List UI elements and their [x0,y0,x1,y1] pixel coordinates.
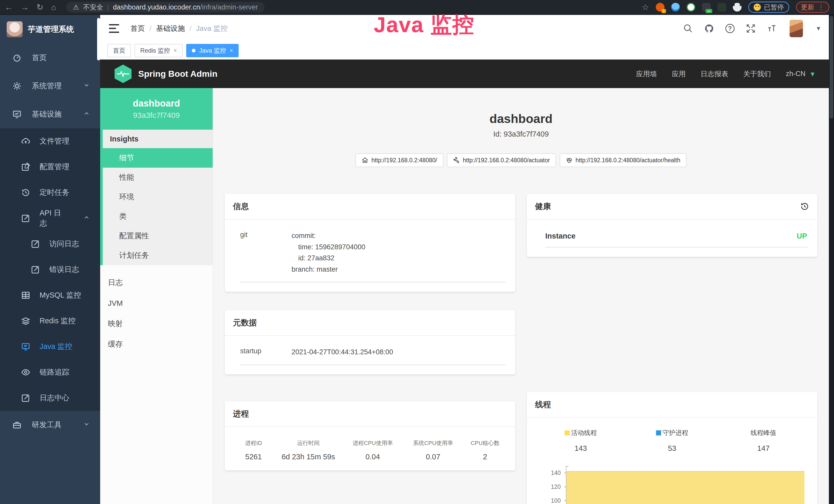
user-menu-caret-icon[interactable]: ▾ [817,24,820,32]
process-header: 进程CPU使用率 [343,439,403,447]
app-title: 芋道管理系统 [28,24,74,35]
history-clock-icon[interactable] [800,202,809,211]
sba-brand-title[interactable]: Spring Boot Admin [138,69,217,79]
health-url-button[interactable]: http://192.168.0.2:48080/actuator/health [560,153,686,167]
paused-label: 已暂停 [764,3,784,12]
sidebar-item-home[interactable]: 首页 [0,44,100,72]
close-icon[interactable]: × [174,47,177,54]
tab-home[interactable]: 首页 [107,44,131,57]
user-avatar[interactable] [790,20,803,37]
edit-square-icon [21,393,30,403]
github-icon[interactable] [704,24,714,33]
y-tick-140: 140 [544,469,561,477]
chevron-down-icon [83,82,90,90]
profile-paused-badge[interactable]: 已暂停 [748,2,789,13]
sidebar-item-api-log[interactable]: API 日志 [0,205,100,231]
extension-icon-grid[interactable]: on [702,3,711,12]
y-axis-tick [564,500,566,501]
wrench-icon [453,157,460,164]
search-icon[interactable] [683,24,693,33]
threads-chart: 140 120 100 [544,463,806,504]
tab-label: Java 监控 [199,46,226,55]
actuator-url-button[interactable]: http://192.168.0.2:48080/actuator [447,153,556,167]
sba-menu-configprops[interactable]: 配置属性 [103,226,213,246]
chevron-down-icon: ▾ [811,69,814,78]
sba-nav: 应用墙 应用 日志报表 关于我们 zh-CN ▾ [636,69,814,78]
sba-nav-about[interactable]: 关于我们 [743,69,771,78]
sidebar-item-job[interactable]: 定时任务 [0,180,100,205]
extension-icon-green-circle[interactable] [686,3,695,12]
fullscreen-icon[interactable] [746,24,756,33]
edit-icon [21,162,30,171]
heartbeat-icon [566,157,572,164]
address-bar[interactable]: ⚠ 不安全 | dashboard.yudao.iocoder.cn/infra… [66,2,265,13]
sidebar-item-trace[interactable]: 链路追踪 [0,360,100,385]
help-icon[interactable]: ? [725,24,734,33]
table-icon [21,291,30,300]
process-header: 进程ID [233,439,274,447]
sidebar-item-log-center[interactable]: 日志中心 [0,385,100,411]
bookmark-star-icon[interactable]: ☆ [642,3,649,11]
sidebar-item-system[interactable]: 系统管理 [0,72,100,100]
sba-menu-details[interactable]: 细节 [103,148,213,168]
sba-body: dashboard 93a3fc7f7409 Insights 细节 性能 环境… [100,88,829,504]
sba-menu-env[interactable]: 环境 [103,187,213,207]
sidebar-item-mysql[interactable]: MySQL 监控 [0,282,100,308]
metadata-card-title: 元数据 [233,317,257,328]
browser-home-icon[interactable]: ⌂ [51,3,56,11]
browser-menu-icon[interactable]: ⋮ [818,3,825,11]
sidebar-item-dev-tools[interactable]: 研发工具 [0,411,100,439]
breadcrumb-infra[interactable]: 基础设施 [156,24,185,33]
annotation-java-monitor: Java 监控 [374,10,475,40]
metadata-value: 2021-04-27T00:44:31.254+08:00 [291,347,507,358]
sba-nav-journal[interactable]: 日志报表 [700,69,728,78]
sidebar-item-label: 定时任务 [40,187,69,198]
service-url-button[interactable]: http://192.168.0.2:48080/ [355,153,443,167]
insights-section-label: Insights [103,130,213,148]
sba-content: dashboard Id: 93a3fc7f7409 http://192.16… [213,88,829,504]
app-logo-row[interactable]: 芋道管理系统 [0,15,100,44]
sidebar-item-access-log[interactable]: 访问日志 [0,231,100,257]
browser-scrollbar[interactable] [829,15,834,504]
sidebar-item-java[interactable]: Java 监控 [0,334,100,360]
sidebar-item-file[interactable]: 文件管理 [0,129,100,154]
sba-menu-caches[interactable]: 缓存 [100,334,213,354]
font-size-icon[interactable] [767,24,777,33]
sidebar-item-infra[interactable]: 基础设施 [0,100,100,129]
sba-menu-logs[interactable]: 日志 [100,272,213,293]
sba-language-select[interactable]: zh-CN ▾ [786,69,814,78]
close-icon[interactable]: × [229,47,233,54]
sba-menu-classes[interactable]: 类 [103,207,213,226]
extension-icon-leaf[interactable] [717,3,726,12]
active-dot-icon [192,49,195,52]
tab-java[interactable]: Java 监控 × [186,44,239,57]
sba-menu-scheduled[interactable]: 计划任务 [103,246,213,265]
sba-menu-jvm[interactable]: JVM [100,293,213,314]
sba-menu-mappings[interactable]: 映射 [100,314,213,334]
sidebar-item-error-log[interactable]: 错误日志 [0,257,100,282]
extension-icon-orange[interactable]: 1 [656,3,664,12]
breadcrumb-home[interactable]: 首页 [130,24,145,33]
sba-nav-wall[interactable]: 应用墙 [636,69,657,78]
hamburger-icon[interactable] [109,24,119,33]
breadcrumb-separator: / [190,24,192,32]
browser-update-button[interactable]: 更新 ⋮ [796,2,829,13]
sidebar-item-redis[interactable]: Redis 监控 [0,308,100,334]
tab-redis[interactable]: Redis 监控 × [135,44,183,57]
sidebar-item-config[interactable]: 配置管理 [0,154,100,180]
sidebar-scrollbar-thumb[interactable] [97,18,100,60]
sba-menu-metrics[interactable]: 性能 [103,168,213,187]
process-card: 进程 进程ID5261 运行时间6d 23h 15m 59s 进程CPU使用率0… [225,401,515,471]
peak-threads-value: 147 [718,444,809,453]
extension-icon-pin[interactable] [671,3,680,12]
y-tick-120: 120 [544,483,561,490]
puzzle-piece-icon[interactable] [733,3,742,12]
dashboard-icon [12,53,22,62]
browser-forward-icon[interactable]: → [21,3,29,11]
sba-nav-applications[interactable]: 应用 [672,69,685,78]
process-card-title: 进程 [233,409,249,419]
browser-reload-icon[interactable]: ↻ [37,3,43,11]
scrollbar-thumb[interactable] [830,16,833,119]
browser-back-icon[interactable]: ← [5,3,13,11]
chevron-up-icon [83,110,90,119]
